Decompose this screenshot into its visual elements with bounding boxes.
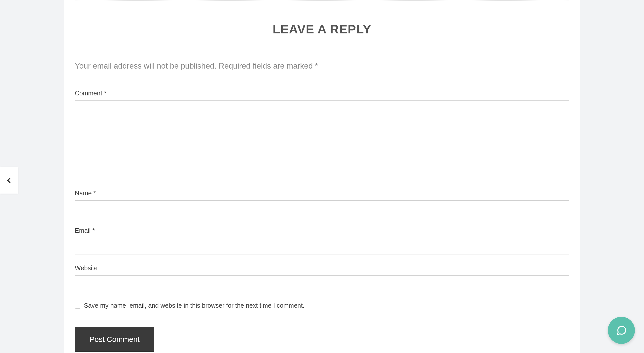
- prev-nav-button[interactable]: [0, 167, 18, 194]
- name-label-text: Name: [75, 190, 94, 197]
- required-mark: *: [92, 227, 95, 234]
- chat-icon: [616, 325, 627, 336]
- reply-form-section: LEAVE A REPLY Your email address will no…: [75, 1, 569, 352]
- form-notice: Your email address will not be published…: [75, 61, 569, 71]
- name-label: Name *: [75, 190, 569, 197]
- website-label: Website: [75, 264, 569, 272]
- email-label-text: Email: [75, 227, 92, 234]
- chat-button[interactable]: [608, 317, 635, 344]
- save-checkbox-group: Save my name, email, and website in this…: [75, 302, 569, 309]
- website-input[interactable]: [75, 275, 569, 292]
- comment-group: Comment *: [75, 90, 569, 180]
- comment-label: Comment *: [75, 90, 569, 97]
- comment-textarea[interactable]: [75, 100, 569, 179]
- save-checkbox[interactable]: [75, 303, 80, 308]
- post-comment-button[interactable]: Post Comment: [75, 327, 154, 352]
- name-input[interactable]: [75, 200, 569, 217]
- email-label: Email *: [75, 227, 569, 234]
- chevron-left-icon: [5, 176, 13, 185]
- save-checkbox-label[interactable]: Save my name, email, and website in this…: [84, 302, 305, 309]
- main-container: LEAVE A REPLY Your email address will no…: [64, 0, 580, 353]
- name-group: Name *: [75, 190, 569, 217]
- comment-label-text: Comment: [75, 90, 104, 97]
- email-input[interactable]: [75, 238, 569, 255]
- website-group: Website: [75, 264, 569, 292]
- form-title: LEAVE A REPLY: [75, 22, 569, 36]
- required-mark: *: [104, 90, 106, 97]
- email-group: Email *: [75, 227, 569, 255]
- required-mark: *: [94, 190, 96, 197]
